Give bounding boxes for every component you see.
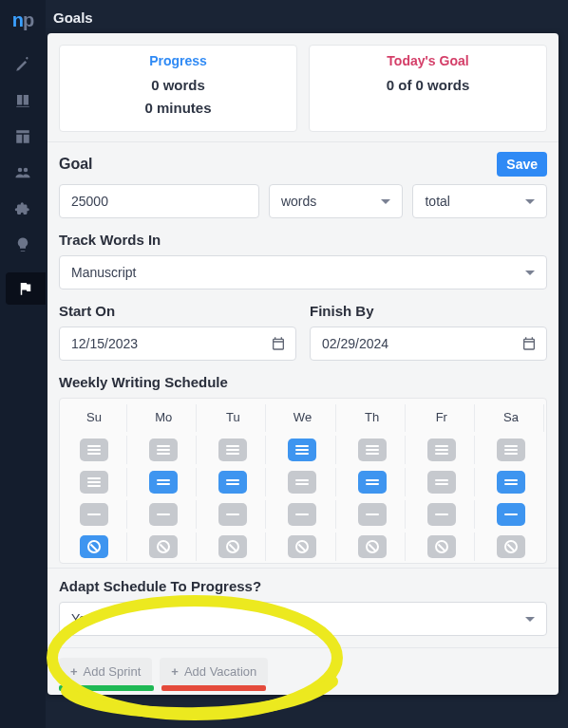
page-title: Goals	[46, 0, 568, 33]
schedule-slot[interactable]	[149, 471, 178, 494]
schedule-label: Weekly Writing Schedule	[59, 374, 547, 390]
add-sprint-label: Add Sprint	[84, 664, 142, 679]
book-icon[interactable]	[14, 92, 31, 109]
logo-n: n	[12, 9, 23, 30]
goal-label: Goal	[59, 156, 93, 173]
schedule-day-header: Su	[62, 404, 127, 432]
schedule-cell	[479, 468, 544, 496]
calendar-icon	[271, 336, 286, 351]
annotation-underline-red	[161, 685, 266, 691]
start-date-input[interactable]: 12/15/2023	[59, 327, 296, 361]
schedule-cell	[340, 468, 406, 496]
schedule-slot[interactable]	[288, 439, 316, 461]
schedule-cell	[131, 532, 197, 561]
schedule-slot[interactable]	[497, 471, 525, 494]
today-card: Today's Goal 0 of 0 words	[309, 45, 547, 132]
add-vacation-button[interactable]: +Add Vacation	[160, 658, 268, 685]
plus-icon: +	[171, 664, 179, 679]
track-select[interactable]: Manuscript	[59, 255, 547, 289]
bulb-icon[interactable]	[14, 236, 31, 253]
schedule-cell	[409, 532, 475, 561]
adapt-select[interactable]: Yes	[59, 602, 547, 636]
schedule-slot[interactable]	[358, 471, 387, 494]
calendar-icon	[521, 336, 537, 351]
goal-amount-value: 25000	[71, 194, 108, 209]
finish-date-value: 02/29/2024	[322, 336, 388, 351]
schedule-slot[interactable]	[288, 535, 316, 558]
schedule-slot[interactable]	[149, 503, 178, 526]
schedule-slot[interactable]	[218, 535, 247, 558]
goal-amount-input[interactable]: 25000	[59, 184, 259, 218]
progress-words: 0 words	[69, 74, 287, 97]
today-title: Today's Goal	[319, 53, 537, 68]
finish-date-input[interactable]: 02/29/2024	[310, 327, 547, 361]
footer-buttons: +Add Sprint +Add Vacation	[47, 647, 559, 695]
app-sidebar: np	[0, 0, 46, 728]
schedule-slot[interactable]	[497, 535, 525, 558]
pen-icon[interactable]	[14, 56, 31, 73]
schedule-slot[interactable]	[218, 503, 247, 526]
start-on-label: Start On	[59, 303, 296, 319]
main-area: Goals Progress 0 words 0 minutes Today's…	[46, 0, 568, 728]
adapt-label: Adapt Schedule To Progress?	[59, 578, 547, 594]
adapt-value: Yes	[71, 611, 93, 626]
progress-card: Progress 0 words 0 minutes	[59, 45, 297, 132]
schedule-cell	[131, 500, 197, 529]
chevron-down-icon	[525, 271, 535, 275]
schedule-slot[interactable]	[497, 439, 525, 461]
schedule-slot[interactable]	[288, 503, 316, 526]
progress-minutes: 0 minutes	[69, 97, 287, 120]
finish-by-label: Finish By	[310, 303, 547, 319]
schedule-slot[interactable]	[80, 439, 108, 461]
schedule-grid-wrap: SuMoTuWeThFrSa	[59, 398, 547, 564]
schedule-day-header: Fr	[409, 404, 475, 432]
schedule-cell	[62, 500, 127, 529]
stats-row: Progress 0 words 0 minutes Today's Goal …	[47, 33, 559, 142]
schedule-slot[interactable]	[497, 503, 525, 526]
schedule-slot[interactable]	[149, 535, 178, 558]
schedule-day-header: Sa	[479, 404, 544, 432]
goal-section: Goal Save 25000 words total Track Words …	[47, 142, 559, 568]
schedule-slot[interactable]	[427, 439, 456, 461]
schedule-slot[interactable]	[358, 439, 387, 461]
schedule-slot[interactable]	[80, 535, 108, 558]
schedule-cell	[479, 500, 544, 529]
schedule-cell	[340, 532, 406, 561]
chevron-down-icon	[525, 199, 535, 204]
save-button[interactable]: Save	[497, 152, 547, 177]
track-label: Track Words In	[59, 232, 547, 248]
schedule-cell	[200, 468, 266, 496]
schedule-cell	[270, 500, 335, 529]
schedule-slot[interactable]	[288, 471, 316, 494]
app-logo: np	[0, 6, 46, 37]
schedule-slot[interactable]	[80, 503, 108, 526]
schedule-slot[interactable]	[427, 471, 456, 494]
schedule-slot[interactable]	[427, 503, 456, 526]
schedule-cell	[270, 436, 335, 464]
flag-icon[interactable]	[6, 272, 46, 305]
schedule-cell	[270, 532, 335, 561]
schedule-slot[interactable]	[358, 535, 387, 558]
track-value: Manuscript	[71, 265, 136, 280]
schedule-slot[interactable]	[149, 439, 178, 461]
add-vacation-label: Add Vacation	[184, 664, 256, 679]
puzzle-icon[interactable]	[14, 200, 31, 217]
layout-icon[interactable]	[14, 128, 31, 145]
schedule-slot[interactable]	[358, 503, 387, 526]
schedule-slot[interactable]	[427, 535, 456, 558]
goal-scope-select[interactable]: total	[412, 184, 547, 218]
schedule-slot[interactable]	[218, 439, 247, 461]
goal-unit-select[interactable]: words	[269, 184, 404, 218]
today-words: 0 of 0 words	[319, 74, 537, 97]
schedule-day-header: Mo	[131, 404, 197, 432]
schedule-day-header: We	[270, 404, 335, 432]
schedule-slot[interactable]	[80, 471, 108, 494]
add-sprint-button[interactable]: +Add Sprint	[59, 658, 152, 685]
schedule-cell	[200, 436, 266, 464]
people-icon[interactable]	[14, 164, 31, 181]
schedule-cell	[340, 500, 406, 529]
schedule-cell	[200, 532, 266, 561]
schedule-cell	[131, 468, 197, 496]
schedule-slot[interactable]	[218, 471, 247, 494]
schedule-cell	[131, 436, 197, 464]
